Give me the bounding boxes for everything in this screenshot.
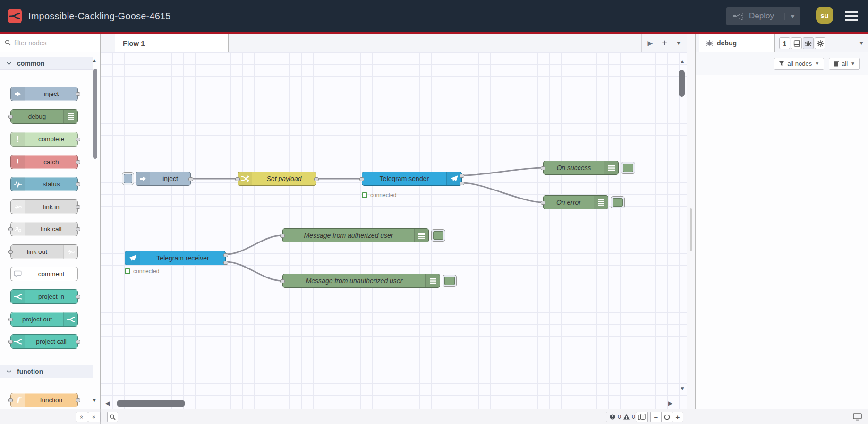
open-debug-window-button[interactable] [853, 413, 862, 423]
input-port[interactable] [8, 318, 13, 321]
navigator-map-button[interactable] [636, 412, 648, 422]
flow-node-on-error[interactable]: On error [543, 195, 608, 209]
tab-debug[interactable]: debug [699, 34, 775, 52]
palette-category-function[interactable]: function [0, 365, 93, 378]
deploy-options-caret-icon[interactable]: ▼ [784, 13, 796, 20]
wire[interactable] [226, 262, 282, 281]
palette-node-link-out[interactable]: link out [10, 244, 78, 259]
palette-node-inject[interactable]: inject [10, 87, 78, 101]
output-port[interactable] [188, 177, 193, 181]
flow-node-message-authorized[interactable]: Message from autherized user [282, 228, 429, 242]
flow-node-telegram-sender[interactable]: Telegram sender [362, 172, 462, 186]
canvas-scroll-up-icon[interactable]: ▲ [680, 59, 685, 64]
palette-node-catch[interactable]: ! catch [10, 155, 78, 169]
output-port[interactable] [76, 227, 80, 231]
filter-nodes-input[interactable] [14, 39, 85, 47]
inject-trigger-button[interactable] [122, 172, 134, 185]
debug-toggle-button[interactable] [443, 275, 457, 287]
palette-scrollbar[interactable] [93, 69, 97, 159]
wire[interactable] [226, 235, 282, 254]
flow-node-telegram-receiver[interactable]: Telegram receiver [125, 251, 226, 265]
collapse-categories-button[interactable]: « [76, 412, 88, 422]
wire[interactable] [462, 183, 543, 202]
palette-node-comment[interactable]: comment [10, 267, 78, 281]
search-icon [5, 40, 11, 46]
input-port[interactable] [8, 398, 13, 402]
input-port[interactable] [8, 340, 13, 344]
debug-toggle-button[interactable] [611, 196, 625, 208]
info-tab-button[interactable]: i [779, 37, 790, 49]
output-port[interactable] [76, 340, 80, 344]
input-port[interactable] [8, 250, 13, 254]
palette-node-function[interactable]: f function [10, 393, 78, 407]
palette-node-debug[interactable]: debug [10, 109, 78, 124]
output-port[interactable] [76, 92, 80, 96]
sidebar-tabs-caret-icon[interactable]: ▼ [859, 40, 864, 46]
palette-scroll-down-icon[interactable]: ▼ [92, 398, 97, 403]
add-flow-button[interactable]: + [658, 37, 671, 49]
output-port[interactable] [76, 205, 80, 209]
palette-node-complete[interactable]: ! complete [10, 132, 78, 147]
flow-list-button[interactable]: ▶ [644, 37, 656, 49]
output-port-2[interactable] [223, 261, 228, 265]
flow-node-on-success[interactable]: On success [543, 161, 619, 175]
debug-filter-dropdown[interactable]: all nodes ▼ [774, 58, 824, 70]
main-menu-icon[interactable] [845, 11, 858, 21]
flow-node-message-unauthorized[interactable]: Message from unautherized user [282, 274, 440, 288]
canvas-horizontal-scrollbar[interactable] [117, 400, 185, 407]
tab-flow-1[interactable]: Flow 1 [115, 34, 229, 52]
palette-category-common[interactable]: common [0, 57, 93, 70]
wire[interactable] [462, 168, 543, 175]
flow-menu-caret-icon[interactable]: ▼ [672, 37, 685, 49]
canvas-scroll-right-icon[interactable]: ▶ [668, 400, 672, 406]
input-port[interactable] [280, 279, 285, 283]
input-port[interactable] [280, 234, 285, 238]
flow-canvas[interactable]: inject Set payload Telegram sender co [101, 52, 687, 409]
zoom-out-button[interactable]: − [650, 412, 662, 422]
palette-node-project-call[interactable]: project call [10, 334, 78, 349]
output-port[interactable] [314, 177, 319, 181]
input-port[interactable] [359, 177, 364, 181]
help-tab-button[interactable] [791, 37, 802, 49]
sidebar-separator[interactable] [687, 34, 695, 409]
zoom-reset-button[interactable] [661, 412, 672, 422]
user-avatar[interactable]: su [816, 7, 833, 24]
debug-toggle-button[interactable] [621, 162, 635, 174]
input-port[interactable] [541, 166, 545, 170]
input-port[interactable] [8, 227, 13, 231]
output-port[interactable] [76, 398, 80, 402]
palette-node-link-in[interactable]: link in [10, 199, 78, 214]
flow-issues-indicator[interactable]: 0 0 [606, 412, 639, 422]
output-port[interactable] [76, 182, 80, 186]
search-flows-button[interactable] [107, 412, 118, 422]
debug-toggle-button[interactable] [431, 229, 445, 242]
expand-categories-button[interactable]: » [88, 412, 101, 422]
output-port-1[interactable] [223, 253, 228, 257]
debug-tab-button[interactable] [803, 37, 814, 49]
zoom-in-button[interactable]: + [672, 412, 683, 422]
output-port[interactable] [76, 295, 80, 299]
config-tab-button[interactable] [815, 37, 825, 49]
input-port[interactable] [8, 115, 13, 119]
canvas-scroll-down-icon[interactable]: ▼ [680, 386, 685, 391]
palette-scroll-up-icon[interactable]: ▲ [92, 57, 97, 63]
input-port[interactable] [541, 201, 545, 205]
flow-node-set-payload[interactable]: Set payload [238, 172, 316, 186]
canvas-vertical-scrollbar[interactable] [679, 70, 685, 97]
output-port[interactable] [76, 138, 80, 141]
debug-clear-dropdown[interactable]: all ▼ [829, 58, 860, 70]
separator-grip[interactable] [690, 208, 692, 251]
output-port[interactable] [76, 160, 80, 164]
palette-node-status[interactable]: status [10, 177, 78, 191]
output-port-2[interactable] [460, 182, 464, 185]
canvas-scroll-left-icon[interactable]: ◀ [105, 400, 110, 406]
palette-node-project-in[interactable]: project in [10, 289, 78, 304]
palette-node-project-out[interactable]: project out [10, 312, 78, 327]
palette-node-label: link out [11, 245, 63, 259]
project-icon [11, 290, 25, 303]
output-port-1[interactable] [460, 174, 464, 178]
flow-node-inject[interactable]: inject [136, 172, 191, 186]
input-port[interactable] [235, 177, 240, 181]
deploy-button[interactable]: Deploy ▼ [726, 7, 800, 25]
palette-node-link-call[interactable]: link call [10, 222, 78, 236]
